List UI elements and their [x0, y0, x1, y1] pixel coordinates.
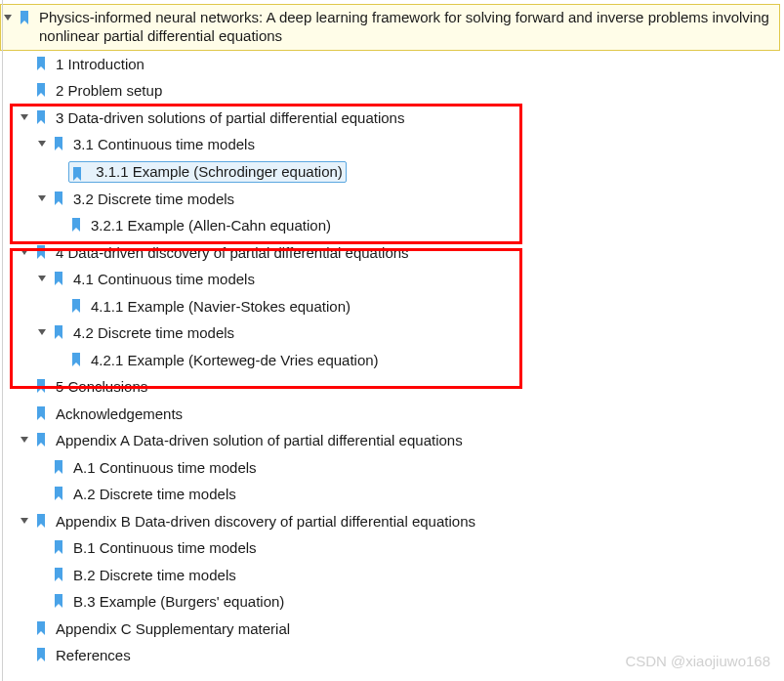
- tree-label[interactable]: 3.1 Continuous time models: [70, 134, 258, 155]
- tree-label[interactable]: 3 Data-driven solutions of partial diffe…: [53, 107, 407, 129]
- tree-label[interactable]: B.1 Continuous time models: [70, 537, 260, 559]
- tree-item-appB[interactable]: Appendix B Data-driven discovery of part…: [18, 508, 784, 535]
- expand-toggle[interactable]: [35, 192, 49, 205]
- expand-toggle[interactable]: [35, 325, 49, 339]
- tree-label[interactable]: Appendix B Data-driven discovery of part…: [53, 511, 478, 532]
- tree-item-problem[interactable]: 2 Problem setup: [18, 77, 784, 105]
- bookmark-icon: [51, 567, 66, 582]
- bookmark-icon: [33, 647, 49, 662]
- tree-item-refs[interactable]: References: [18, 642, 784, 669]
- bookmark-icon: [33, 109, 49, 125]
- tree-label[interactable]: 2 Problem setup: [53, 80, 165, 102]
- bookmark-icon: [51, 486, 66, 501]
- tree-item-sec4[interactable]: 4 Data-driven discovery of partial diffe…: [18, 239, 784, 267]
- expand-toggle[interactable]: [35, 137, 49, 150]
- bookmark-icon: [33, 620, 49, 636]
- bookmark-icon: [68, 352, 84, 367]
- expand-toggle[interactable]: [1, 11, 15, 24]
- bookmark-icon: [33, 56, 49, 71]
- expand-spacer: [35, 568, 49, 581]
- tree-item-appA2[interactable]: A.2 Discrete time models: [35, 481, 784, 508]
- expand-spacer: [53, 164, 66, 178]
- tree-label[interactable]: Appendix A Data-driven solution of parti…: [53, 430, 466, 451]
- tree-item-sec321[interactable]: 3.2.1 Example (Allen-Cahn equation): [53, 212, 784, 239]
- expand-toggle[interactable]: [18, 245, 31, 259]
- tree-label[interactable]: 4.2 Discrete time models: [70, 322, 237, 344]
- tree-item-appB3[interactable]: B.3 Example (Burgers' equation): [35, 588, 784, 616]
- tree-label[interactable]: 4 Data-driven discovery of partial diffe…: [53, 242, 412, 264]
- bookmark-icon: [33, 82, 49, 98]
- tree-label[interactable]: Physics-informed neural networks: A deep…: [36, 8, 775, 47]
- bookmark-icon: [51, 459, 66, 475]
- tree-label[interactable]: 4.2.1 Example (Korteweg-de Vries equatio…: [88, 350, 382, 371]
- expand-spacer: [35, 487, 49, 500]
- expand-spacer: [35, 594, 49, 608]
- tree-item-sec311[interactable]: 3.1.1 Example (Schrodinger equation): [53, 158, 784, 186]
- bookmark-icon: [33, 405, 49, 421]
- bookmark-icon: [17, 10, 32, 25]
- tree-label[interactable]: 5 Conclusions: [53, 376, 150, 398]
- bookmark-icon: [33, 244, 49, 260]
- tree-item-appA[interactable]: Appendix A Data-driven solution of parti…: [18, 427, 784, 454]
- tree-label[interactable]: 1 Introduction: [53, 54, 147, 75]
- tree-item-sec32[interactable]: 3.2 Discrete time models: [35, 186, 784, 213]
- tree-label[interactable]: 3.2.1 Example (Allen-Cahn equation): [88, 215, 334, 236]
- bookmark-icon: [51, 593, 66, 609]
- tree-label[interactable]: A.2 Discrete time models: [70, 484, 239, 505]
- expand-spacer: [18, 406, 31, 420]
- bookmark-icon: [33, 378, 49, 394]
- tree-label[interactable]: 3.2 Discrete time models: [70, 189, 237, 210]
- expand-toggle[interactable]: [35, 272, 49, 285]
- tree-label[interactable]: Appendix C Supplementary material: [53, 618, 293, 640]
- tree-item-appC[interactable]: Appendix C Supplementary material: [18, 616, 784, 643]
- tree-item-sec411[interactable]: 4.1.1 Example (Navier-Stokes equation): [53, 293, 784, 320]
- bookmark-icon: [69, 166, 85, 182]
- bookmark-icon: [51, 324, 66, 340]
- tree-label[interactable]: 4.1 Continuous time models: [70, 269, 258, 290]
- bookmark-icon: [33, 513, 49, 529]
- expand-spacer: [18, 57, 31, 70]
- expand-spacer: [18, 83, 31, 97]
- expand-spacer: [35, 540, 49, 554]
- tree-item-sec31[interactable]: 3.1 Continuous time models: [35, 131, 784, 158]
- tree-label[interactable]: 3.1.1 Example (Schrodinger equation): [93, 162, 346, 181]
- tree-item-sec421[interactable]: 4.2.1 Example (Korteweg-de Vries equatio…: [53, 347, 784, 374]
- expand-spacer: [53, 218, 66, 232]
- tree-label[interactable]: B.2 Discrete time models: [70, 565, 239, 586]
- tree-item-appB2[interactable]: B.2 Discrete time models: [35, 562, 784, 589]
- expand-spacer: [18, 379, 31, 393]
- bookmark-icon: [51, 191, 66, 206]
- bookmark-icon: [51, 136, 66, 151]
- tree-label[interactable]: References: [53, 645, 134, 666]
- tree-item-sec3[interactable]: 3 Data-driven solutions of partial diffe…: [18, 105, 784, 132]
- tree-label[interactable]: B.3 Example (Burgers' equation): [70, 591, 287, 613]
- bookmark-icon: [51, 539, 66, 555]
- expand-toggle[interactable]: [18, 514, 31, 528]
- tree-label[interactable]: 4.1.1 Example (Navier-Stokes equation): [88, 296, 353, 318]
- expand-toggle[interactable]: [18, 110, 31, 124]
- tree-label[interactable]: A.1 Continuous time models: [70, 457, 260, 479]
- expand-spacer: [18, 621, 31, 635]
- tree-item-sec42[interactable]: 4.2 Discrete time models: [35, 319, 784, 347]
- bookmark-icon: [51, 271, 66, 286]
- tree-item-appA1[interactable]: A.1 Continuous time models: [35, 454, 784, 482]
- tree-item-sec5[interactable]: 5 Conclusions: [18, 373, 784, 401]
- expand-toggle[interactable]: [18, 433, 31, 447]
- tree-label[interactable]: Acknowledgements: [53, 404, 186, 425]
- tree-item-ack[interactable]: Acknowledgements: [18, 401, 784, 428]
- expand-spacer: [35, 460, 49, 474]
- bookmark-tree: Physics-informed neural networks: A deep…: [0, 0, 784, 673]
- bookmark-icon: [33, 432, 49, 447]
- expand-spacer: [53, 299, 66, 313]
- tree-root-row[interactable]: Physics-informed neural networks: A deep…: [0, 4, 780, 51]
- bookmark-icon: [68, 298, 84, 314]
- expand-spacer: [18, 648, 31, 661]
- tree-item-appB1[interactable]: B.1 Continuous time models: [35, 534, 784, 562]
- expand-spacer: [53, 353, 66, 366]
- bookmark-icon: [68, 217, 84, 233]
- tree-item-intro[interactable]: 1 Introduction: [18, 51, 784, 78]
- tree-item-sec41[interactable]: 4.1 Continuous time models: [35, 266, 784, 293]
